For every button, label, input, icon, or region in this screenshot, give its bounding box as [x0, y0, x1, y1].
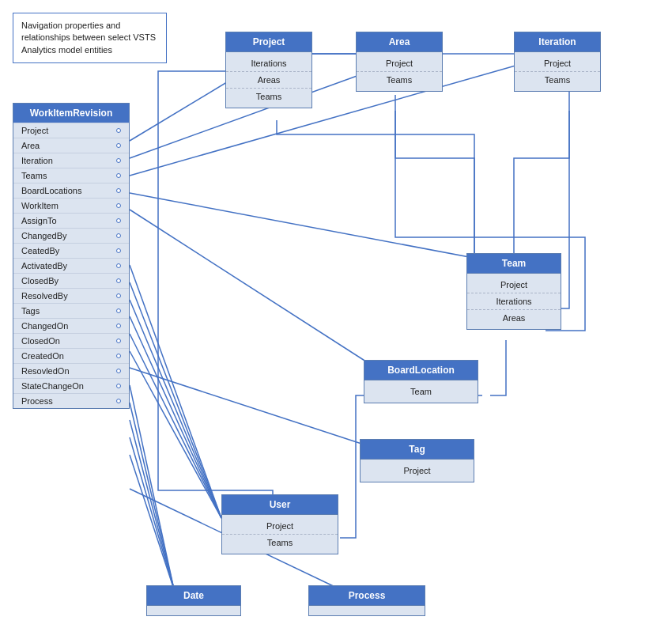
project-field-areas: Areas	[226, 71, 311, 88]
connector-changedon	[116, 323, 121, 328]
connector-closedon	[116, 339, 121, 343]
entity-team-header: Team	[467, 254, 561, 274]
entity-tag-body: Project	[361, 460, 474, 482]
wir-field-statechangeon: StateChangeOn	[13, 378, 129, 393]
connector-ceatedby	[116, 248, 121, 253]
svg-line-6	[130, 282, 221, 518]
wir-field-assignto: AssignTo	[13, 213, 129, 228]
entity-date: Date	[146, 585, 241, 616]
entity-project: Project Iterations Areas Teams	[225, 32, 312, 108]
user-field-project: Project	[222, 518, 338, 534]
connector-changedby	[116, 233, 121, 238]
wir-field-iteration: Iteration	[13, 153, 129, 168]
entity-iteration: Iteration Project Teams	[514, 32, 601, 92]
svg-line-14	[130, 420, 174, 589]
svg-line-16	[130, 455, 174, 589]
tag-field-project: Project	[361, 463, 474, 479]
svg-line-7	[130, 300, 221, 518]
entity-user-body: Project Teams	[222, 515, 338, 554]
wir-field-workitem: WorkItem	[13, 198, 129, 213]
wir-field-project: Project	[13, 123, 129, 138]
wir-field-ceatedby: CeatedBy	[13, 243, 129, 258]
svg-line-15	[130, 437, 174, 589]
wir-field-area: Area	[13, 138, 129, 153]
wir-field-resovledon: ResovledOn	[13, 363, 129, 378]
connector-activatedby	[116, 263, 121, 268]
connector-boardlocations	[116, 188, 121, 193]
svg-line-2	[130, 59, 538, 176]
connector-resolvedby	[116, 293, 121, 298]
connector-teams	[116, 173, 121, 178]
diagram-container: Navigation properties and relationships …	[0, 0, 672, 628]
entity-iteration-header: Iteration	[515, 32, 600, 52]
wir-field-tags: Tags	[13, 303, 129, 318]
svg-line-13	[130, 403, 174, 589]
wir-field-closedby: ClosedBy	[13, 273, 129, 288]
entity-project-header: Project	[226, 32, 311, 52]
connector-process	[116, 399, 121, 403]
connector-iteration	[116, 158, 121, 163]
entity-workitemrevision-header: WorkItemRevision	[13, 104, 129, 123]
svg-line-10	[130, 351, 221, 518]
connector-assignto	[116, 218, 121, 223]
entity-boardlocation: BoardLocation Team	[364, 360, 478, 403]
svg-line-3	[130, 193, 490, 261]
iteration-field-teams: Teams	[515, 71, 600, 88]
entity-process: Process	[308, 585, 425, 616]
connector-statechangeon	[116, 384, 121, 388]
entity-tag-header: Tag	[361, 440, 474, 460]
entity-workitemrevision: WorkItemRevision Project Area Iteration …	[13, 103, 130, 409]
wir-field-process: Process	[13, 393, 129, 408]
svg-line-11	[130, 368, 395, 455]
svg-line-5	[130, 265, 221, 518]
project-field-iterations: Iterations	[226, 55, 311, 71]
note-text: Navigation properties and relationships …	[21, 21, 156, 55]
boardlocation-field-team: Team	[364, 384, 478, 399]
entity-team-body: Project Iterations Areas	[467, 274, 561, 329]
wir-field-createdon: CreatedOn	[13, 348, 129, 363]
entity-user-header: User	[222, 495, 338, 515]
area-field-project: Project	[357, 55, 442, 71]
entity-team: Team Project Iterations Areas	[466, 253, 561, 330]
team-field-areas: Areas	[467, 309, 561, 326]
connector-createdon	[116, 354, 121, 358]
entity-date-body	[147, 606, 240, 615]
area-field-teams: Teams	[357, 71, 442, 88]
entity-iteration-body: Project Teams	[515, 52, 600, 91]
entity-area-body: Project Teams	[357, 52, 442, 91]
entity-boardlocation-body: Team	[364, 380, 478, 403]
note-box: Navigation properties and relationships …	[13, 13, 167, 63]
connector-closedby	[116, 278, 121, 283]
entity-project-body: Iterations Areas Teams	[226, 52, 311, 108]
user-field-teams: Teams	[222, 534, 338, 550]
entity-tag: Tag Project	[360, 439, 474, 482]
team-field-iterations: Iterations	[467, 293, 561, 309]
svg-line-4	[130, 210, 379, 370]
team-field-project: Project	[467, 277, 561, 293]
wir-field-changedby: ChangedBy	[13, 228, 129, 243]
svg-line-12	[130, 385, 174, 589]
project-field-teams: Teams	[226, 88, 311, 104]
svg-line-9	[130, 334, 221, 518]
entity-user: User Project Teams	[221, 494, 338, 554]
wir-field-closedon: ClosedOn	[13, 333, 129, 348]
wir-field-boardlocations: BoardLocations	[13, 183, 129, 198]
wir-field-changedon: ChangedOn	[13, 318, 129, 333]
entity-area: Area Project Teams	[356, 32, 443, 92]
entity-area-header: Area	[357, 32, 442, 52]
connector-resovledon	[116, 369, 121, 373]
entity-date-header: Date	[147, 586, 240, 606]
entity-boardlocation-header: BoardLocation	[364, 361, 478, 380]
wir-field-teams: Teams	[13, 168, 129, 183]
connector-tags	[116, 308, 121, 313]
wir-field-activatedby: ActivatedBy	[13, 258, 129, 273]
svg-line-8	[130, 316, 221, 518]
connector-project	[116, 128, 121, 133]
entity-process-body	[309, 606, 425, 615]
connector-area	[116, 143, 121, 148]
connector-workitem	[116, 203, 121, 208]
entity-process-header: Process	[309, 586, 425, 606]
wir-field-resolvedby: ResolvedBy	[13, 288, 129, 303]
iteration-field-project: Project	[515, 55, 600, 71]
